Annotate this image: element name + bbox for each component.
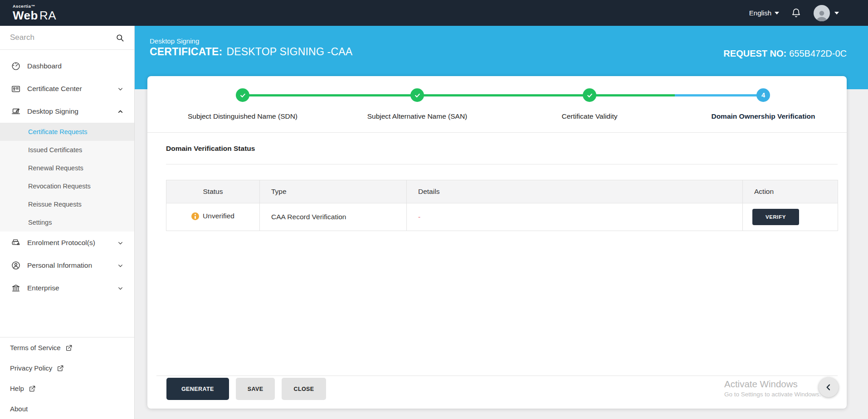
stepper-track — [243, 94, 763, 96]
desktop-signing-icon — [11, 106, 21, 116]
chevron-down-icon — [834, 12, 839, 14]
step-3-check-icon[interactable] — [583, 88, 596, 102]
sidebar: DashboardCertificate CenterDesktop Signi… — [0, 26, 135, 419]
app-logo[interactable]: Ascertia™ WebRA — [13, 5, 56, 21]
step-4-label: Domain Ownership Verification — [677, 112, 849, 120]
sidebar-item-label: Enrolment Protocol(s) — [27, 239, 95, 247]
notifications-bell-icon[interactable] — [791, 8, 802, 19]
verify-button[interactable]: VERIFY — [752, 209, 799, 225]
details-value: - — [418, 213, 420, 221]
generate-button[interactable]: GENERATE — [166, 378, 229, 400]
page-title-label: CERTIFICATE: — [150, 46, 222, 58]
sidebar-item-label: Personal Information — [27, 261, 92, 270]
card-actions: GENERATESAVECLOSE — [166, 378, 326, 400]
external-link-icon — [29, 385, 36, 392]
bank-icon — [11, 283, 21, 293]
search-icon[interactable] — [116, 34, 124, 42]
step-1-label: Subject Distinguished Name (SDN) — [156, 112, 329, 120]
step-2-label: Subject Alternative Name (SAN) — [331, 112, 503, 120]
certificate-icon — [11, 84, 21, 94]
user-menu[interactable] — [814, 5, 839, 21]
desktop-signing-submenu: Certificate RequestsIssued CertificatesR… — [0, 123, 134, 231]
status-badge: Unverified — [191, 212, 234, 220]
breadcrumb: Desktop Signing — [150, 37, 199, 45]
external-link-icon — [65, 344, 73, 352]
sidebar-search — [0, 26, 134, 50]
section-title: Domain Verification Status — [166, 144, 255, 153]
details-cell: - — [407, 203, 743, 231]
gauge-icon — [11, 61, 21, 71]
sidebar-item-label: Enterprise — [27, 284, 59, 292]
chevron-up-icon — [117, 109, 123, 115]
request-number-label: REQUEST NO: — [723, 48, 786, 58]
step-1-check-icon[interactable] — [236, 88, 249, 102]
search-input[interactable] — [10, 33, 116, 42]
status-cell: Unverified — [166, 203, 260, 231]
chevron-down-icon — [117, 86, 123, 92]
footer-link-label: Help — [10, 385, 24, 392]
enrolment-icon — [11, 238, 21, 248]
sidebar-nav: DashboardCertificate CenterDesktop Signi… — [0, 50, 134, 299]
avatar — [814, 5, 830, 21]
close-button[interactable]: CLOSE — [282, 378, 326, 400]
column-header-status: Status — [166, 180, 260, 203]
wizard-stepper: Subject Distinguished Name (SDN)Subject … — [147, 76, 847, 133]
submenu-item-reissue-requests[interactable]: Reissue Requests — [0, 195, 134, 213]
sidebar-item-certificate-center[interactable]: Certificate Center — [0, 77, 134, 100]
external-link-icon — [57, 365, 64, 372]
wizard-card: Subject Distinguished Name (SDN)Subject … — [147, 76, 847, 409]
footer-link-label: Privacy Policy — [10, 364, 52, 372]
footer-link-privacy-policy[interactable]: Privacy Policy — [0, 358, 134, 378]
column-header-details: Details — [407, 180, 743, 203]
sidebar-item-enrolment-protocol-s[interactable]: Enrolment Protocol(s) — [0, 231, 134, 254]
top-bar: Ascertia™ WebRA English — [0, 0, 868, 26]
sidebar-item-dashboard[interactable]: Dashboard — [0, 55, 134, 77]
submenu-item-certificate-requests[interactable]: Certificate Requests — [0, 123, 134, 141]
column-header-action: Action — [743, 180, 838, 203]
page-title-value: DESKTOP SIGNING -CAA — [226, 46, 352, 58]
sidebar-item-label: Desktop Signing — [27, 107, 78, 116]
footer-link-label: About — [10, 405, 28, 413]
chevron-down-icon — [775, 12, 779, 14]
sidebar-footer: Terms of ServicePrivacy PolicyHelpAbout — [0, 337, 134, 419]
chevron-down-icon — [117, 263, 123, 269]
table-body: UnverifiedCAA Record Verification-VERIFY — [166, 203, 838, 231]
language-dropdown[interactable]: English — [749, 9, 779, 17]
collapse-panel-button[interactable] — [819, 377, 839, 397]
request-number-value: 655B472D-0C — [789, 48, 847, 58]
brand-ascertia: Ascertia™ — [13, 5, 56, 9]
table-header-row: StatusTypeDetailsAction — [166, 180, 838, 203]
submenu-item-renewal-requests[interactable]: Renewal Requests — [0, 159, 134, 177]
brand-webra: WebRA — [13, 9, 56, 22]
section-header: Domain Verification Status — [166, 133, 838, 164]
table-row: UnverifiedCAA Record Verification-VERIFY — [166, 203, 838, 231]
step-2-check-icon[interactable] — [410, 88, 424, 102]
type-cell: CAA Record Verification — [260, 203, 407, 231]
sidebar-item-enterprise[interactable]: Enterprise — [0, 277, 134, 299]
column-header-type: Type — [260, 180, 407, 203]
submenu-item-settings[interactable]: Settings — [0, 213, 134, 231]
submenu-item-issued-certificates[interactable]: Issued Certificates — [0, 141, 134, 159]
page-title: CERTIFICATE:DESKTOP SIGNING -CAA — [150, 46, 352, 58]
sidebar-item-label: Certificate Center — [27, 85, 82, 93]
info-icon — [191, 212, 199, 220]
footer-link-terms-of-service[interactable]: Terms of Service — [0, 337, 134, 358]
save-button[interactable]: SAVE — [236, 378, 275, 400]
verification-table-wrap: StatusTypeDetailsAction UnverifiedCAA Re… — [166, 180, 838, 231]
submenu-item-revocation-requests[interactable]: Revocation Requests — [0, 177, 134, 195]
footer-link-help[interactable]: Help — [0, 378, 134, 399]
divider — [156, 376, 838, 376]
verification-table: StatusTypeDetailsAction UnverifiedCAA Re… — [166, 180, 838, 231]
step-4-circle[interactable]: 4 — [756, 88, 770, 102]
sidebar-item-label: Dashboard — [27, 62, 62, 70]
person-circle-icon — [11, 260, 21, 270]
footer-link-label: Terms of Service — [10, 344, 61, 352]
step-3-label: Certificate Validity — [503, 112, 676, 120]
chevron-down-icon — [117, 285, 123, 291]
sidebar-item-desktop-signing[interactable]: Desktop Signing — [0, 100, 134, 123]
sidebar-item-personal-information[interactable]: Personal Information — [0, 254, 134, 277]
language-label: English — [749, 9, 771, 17]
footer-link-about[interactable]: About — [0, 399, 134, 419]
chevron-down-icon — [117, 240, 123, 246]
action-cell: VERIFY — [743, 203, 838, 231]
